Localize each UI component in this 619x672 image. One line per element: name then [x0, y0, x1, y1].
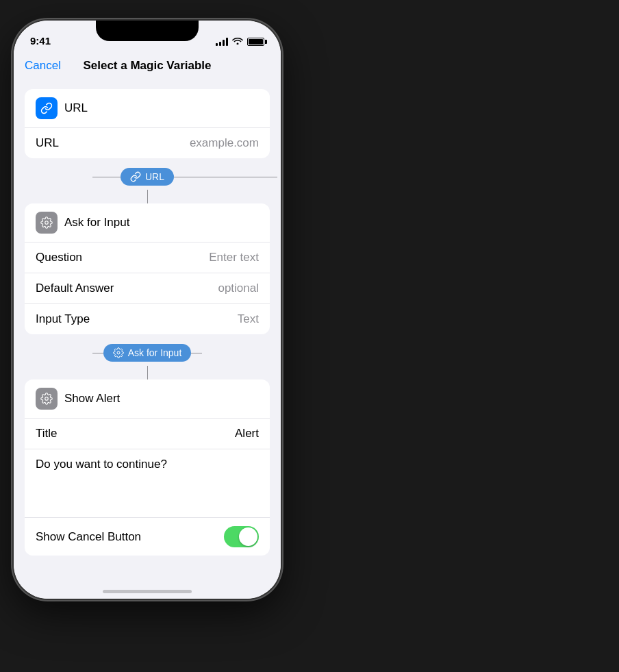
nav-bar: Cancel Select a Magic Variable — [14, 51, 281, 81]
alert-title-label: Title — [36, 427, 58, 440]
connector-line-2 — [25, 366, 270, 379]
question-row[interactable]: Question Enter text — [25, 242, 270, 273]
signal-bar-2 — [219, 42, 221, 46]
url-badge-link-icon — [130, 171, 141, 182]
question-placeholder: Enter text — [209, 251, 259, 264]
gear-icon — [40, 216, 53, 229]
phone-wrapper: 9:41 — [14, 21, 281, 599]
url-magic-badge[interactable]: URL — [121, 168, 174, 186]
battery-icon — [247, 38, 264, 46]
alert-body-area[interactable]: Do you want to continue? — [25, 449, 270, 518]
show-alert-title: Show Alert — [64, 392, 120, 406]
ask-for-input-header: Ask for Input — [25, 203, 270, 242]
alert-title-row[interactable]: Title Alert — [25, 419, 270, 449]
url-row-value: example.com — [190, 136, 259, 150]
url-card: URL URL example.com — [25, 89, 270, 158]
annotation-line — [195, 177, 277, 177]
show-cancel-row[interactable]: Show Cancel Button — [25, 518, 270, 556]
page-title: Select a Magic Variable — [83, 59, 211, 73]
show-cancel-label: Show Cancel Button — [36, 530, 141, 544]
show-alert-gear-icon — [40, 393, 53, 405]
ask-badge-gear-icon — [113, 347, 124, 358]
ask-badge-label: Ask for Input — [128, 347, 182, 358]
wifi-icon — [232, 36, 243, 47]
connector-line-1 — [25, 190, 270, 203]
ask-for-input-title: Ask for Input — [64, 216, 129, 229]
battery-fill — [249, 39, 263, 45]
url-card-header: URL — [25, 89, 270, 128]
signal-bars-icon — [216, 38, 228, 46]
ask-for-input-icon — [36, 212, 58, 234]
input-type-label: Input Type — [36, 312, 90, 326]
phone-screen: 9:41 — [14, 21, 281, 599]
signal-bar-4 — [226, 38, 228, 46]
input-type-value: Text — [238, 312, 259, 326]
alert-body-text: Do you want to continue? — [36, 458, 167, 471]
alert-title-value: Alert — [235, 427, 259, 440]
signal-bar-1 — [216, 43, 218, 46]
show-alert-icon — [36, 388, 58, 410]
home-bar — [103, 590, 192, 593]
scroll-content: URL URL example.com URL — [14, 81, 281, 575]
ask-for-input-badge-container: Ask for Input — [25, 340, 270, 366]
default-answer-placeholder: optional — [218, 282, 259, 295]
link-icon — [40, 102, 53, 114]
input-type-row[interactable]: Input Type Text — [25, 304, 270, 334]
ask-for-input-card: Ask for Input Question Enter text Defaul… — [25, 203, 270, 334]
toggle-knob — [239, 527, 257, 546]
home-indicator — [14, 575, 281, 599]
notch — [96, 21, 199, 41]
default-answer-row[interactable]: Default Answer optional — [25, 273, 270, 304]
default-answer-label: Default Answer — [36, 282, 114, 295]
url-row-label: URL — [36, 136, 59, 150]
show-alert-card: Show Alert Title Alert Do you want to co… — [25, 379, 270, 556]
cancel-button[interactable]: Cancel — [25, 59, 61, 73]
question-label: Question — [36, 251, 82, 264]
ask-for-input-magic-badge[interactable]: Ask for Input — [103, 344, 192, 362]
url-magic-badge-container: URL — [25, 164, 270, 190]
signal-bar-3 — [223, 40, 225, 46]
show-alert-header: Show Alert — [25, 379, 270, 419]
status-icons — [216, 36, 264, 47]
status-time: 9:41 — [30, 35, 51, 47]
url-badge-label: URL — [145, 171, 164, 182]
show-cancel-toggle[interactable] — [224, 526, 259, 547]
url-card-icon — [36, 97, 58, 119]
phone-frame: 9:41 — [14, 21, 281, 599]
url-row[interactable]: URL example.com — [25, 128, 270, 158]
url-card-title: URL — [64, 101, 88, 115]
